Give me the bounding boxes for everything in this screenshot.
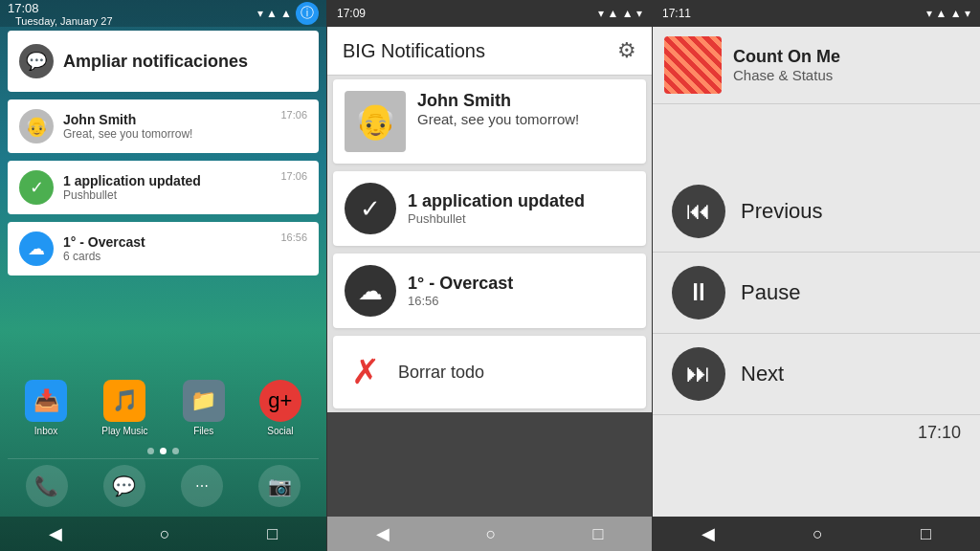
controls-area: ⏮ Previous ⏸ Pause ⏭ Next 17:10 (653, 104, 980, 517)
dot-2 (160, 448, 167, 454)
app-files[interactable]: 📁 Files (183, 380, 225, 436)
notif-update-subtitle: Pushbullet (63, 188, 271, 202)
big-john-content: John Smith Great, see you tomorrow! (417, 91, 635, 127)
control-next[interactable]: ⏭ Next (653, 334, 980, 415)
notif-icon-message: 💬 (19, 44, 54, 78)
nav-recent-2[interactable]: □ (593, 524, 604, 544)
status-bar-1: 17:08 Tuesday, January 27 ▾ ▲ ▲ ⓘ (0, 0, 326, 27)
dock-row: 📞 💬 ⋯ 📷 (8, 458, 319, 513)
notif-weather-time: 16:56 (280, 231, 307, 243)
status-date-1: Tuesday, January 27 (8, 15, 113, 27)
app-files-label: Files (193, 426, 213, 436)
dock-apps-icon[interactable]: ⋯ (181, 465, 223, 507)
pause-label: Pause (741, 280, 800, 305)
avatar-john: 👴 (19, 109, 54, 143)
notif-card-weather[interactable]: ☁ 1° - Overcast 6 cards 16:56 (8, 222, 319, 276)
nav-bar-2: ◀ ○ □ (327, 517, 652, 551)
status-time-2: 17:09 (337, 7, 366, 20)
status-icons-1: ▾ ▲ ▲ ⓘ (257, 2, 319, 25)
nav-recent-1[interactable]: □ (267, 524, 278, 544)
nav-home-2[interactable]: ○ (486, 524, 497, 544)
notif-icon-weather: ☁ (19, 231, 54, 266)
status-time-3: 17:11 (662, 7, 691, 20)
control-previous[interactable]: ⏮ Previous (653, 171, 980, 253)
track-artist: Chase & Status (733, 67, 969, 83)
notif-john-time: 17:06 (280, 109, 307, 121)
panel-music-player: 17:11 ▾ ▲ ▲ ▾ Count On Me Chase & Status… (653, 0, 980, 551)
previous-button[interactable]: ⏮ (672, 185, 725, 238)
delete-label: Borrar todo (398, 363, 484, 383)
status-bar-2: 17:09 ▾ ▲ ▲ ▾ (327, 0, 652, 27)
nav-home-1[interactable]: ○ (160, 524, 170, 544)
next-icon: ⏭ (686, 359, 711, 388)
notif-john-subtitle: Great, see you tomorrow! (63, 127, 271, 141)
track-info: Count On Me Chase & Status (733, 47, 969, 83)
big-notif-weather[interactable]: ☁ 1° - Overcast 16:56 (333, 253, 646, 328)
nav-back-2[interactable]: ◀ (376, 523, 390, 544)
big-weather-content: 1° - Overcast 16:56 (408, 274, 635, 308)
big-icon-weather: ☁ (345, 265, 396, 317)
big-update-title: 1 application updated (408, 191, 635, 211)
notif-update-time: 17:06 (280, 170, 307, 182)
delete-icon: ✗ (345, 351, 387, 393)
next-button[interactable]: ⏭ (672, 347, 725, 401)
panel-homescreen: 17:08 Tuesday, January 27 ▾ ▲ ▲ ⓘ 💬 Ampl… (0, 0, 326, 551)
big-avatar-john: 👴 (345, 91, 406, 152)
nav-bar-3: ◀ ○ □ (653, 517, 980, 551)
big-john-title: John Smith (417, 91, 635, 111)
status-bar-3: 17:11 ▾ ▲ ▲ ▾ (653, 0, 980, 27)
track-title: Count On Me (733, 47, 969, 67)
big-icon-update: ✓ (345, 183, 396, 234)
nav-back-1[interactable]: ◀ (49, 523, 62, 544)
dock-camera-icon[interactable]: 📷 (258, 465, 301, 507)
app-inbox-icon: 📥 (25, 380, 67, 422)
dock-area: 📥 Inbox 🎵 Play Music 📁 Files g+ Social 📞 (0, 372, 326, 517)
nav-recent-3[interactable]: □ (921, 524, 931, 544)
notif-icon-update: ✓ (19, 170, 54, 205)
notif-john-content: John Smith Great, see you tomorrow! (63, 112, 271, 141)
control-pause[interactable]: ⏸ Pause (653, 253, 980, 334)
album-art-image (664, 36, 722, 94)
status-time-1: 17:08 (8, 1, 113, 15)
dock-phone-icon[interactable]: 📞 (26, 465, 68, 507)
nav-back-3[interactable]: ◀ (702, 523, 715, 544)
big-weather-title: 1° - Overcast (408, 274, 635, 294)
panel2-header: BIG Notifications ⚙ (327, 27, 652, 76)
notif-update-title: 1 application updated (63, 173, 271, 188)
notif-card-john[interactable]: 👴 John Smith Great, see you tomorrow! 17… (8, 99, 319, 153)
notif-weather-title: 1° - Overcast (63, 234, 271, 250)
big-update-content: 1 application updated Pushbullet (408, 191, 635, 226)
notif-weather-cards: 6 cards (63, 250, 271, 263)
album-header: Count On Me Chase & Status (653, 27, 980, 104)
settings-icon[interactable]: ⚙ (617, 38, 636, 63)
notif-john-title: John Smith (63, 112, 271, 127)
pause-icon: ⏸ (686, 277, 711, 307)
dock-chat-icon[interactable]: 💬 (103, 465, 145, 507)
status-icons-2: ▾ ▲ ▲ ▾ (598, 7, 642, 20)
page-dots (8, 444, 319, 458)
app-title: BIG Notifications (343, 40, 485, 62)
player-timestamp: 17:10 (918, 423, 961, 442)
app-music-label: Play Music (101, 426, 147, 436)
pause-button[interactable]: ⏸ (672, 266, 725, 320)
app-music[interactable]: 🎵 Play Music (101, 380, 147, 436)
app-social-label: Social (267, 426, 293, 436)
notif-weather-content: 1° - Overcast 6 cards (63, 234, 271, 263)
app-social[interactable]: g+ Social (259, 380, 301, 436)
previous-icon: ⏮ (686, 196, 711, 226)
timestamp-display: 17:10 (653, 415, 980, 451)
status-icons-3: ▾ ▲ ▲ ▾ (926, 7, 970, 20)
notif-card-update[interactable]: ✓ 1 application updated Pushbullet 17:06 (8, 161, 319, 214)
nav-home-3[interactable]: ○ (813, 524, 823, 544)
big-john-text: Great, see you tomorrow! (417, 111, 635, 127)
panel2-filler (327, 412, 652, 517)
next-label: Next (741, 362, 784, 386)
notif-card-main[interactable]: 💬 Ampliar notificaciones (8, 31, 319, 92)
notif-update-content: 1 application updated Pushbullet (63, 173, 271, 202)
delete-all-card[interactable]: ✗ Borrar todo (333, 336, 646, 408)
panel-big-notifications: 17:09 ▾ ▲ ▲ ▾ BIG Notifications ⚙ 👴 John… (326, 0, 653, 551)
big-notif-update[interactable]: ✓ 1 application updated Pushbullet (333, 171, 646, 246)
app-grid: 📥 Inbox 🎵 Play Music 📁 Files g+ Social (8, 372, 319, 444)
app-inbox[interactable]: 📥 Inbox (25, 380, 67, 436)
big-notif-john[interactable]: 👴 John Smith Great, see you tomorrow! (333, 79, 646, 164)
